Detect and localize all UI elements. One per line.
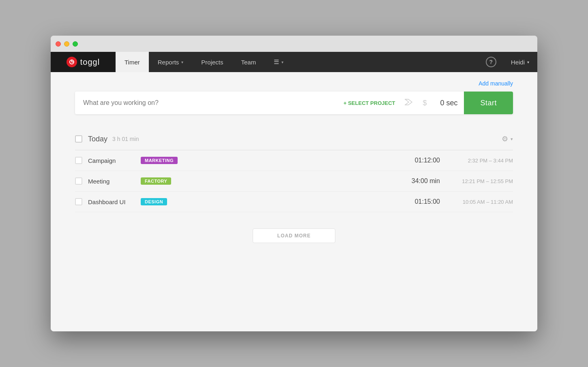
add-manually-row: Add manually [75, 80, 513, 87]
today-select-all-checkbox[interactable] [75, 135, 82, 143]
logo-area[interactable]: toggl [51, 52, 116, 72]
main-content: Add manually + SELECT PROJECT $ 0 sec St… [51, 72, 537, 331]
app-window: toggl Timer Reports ▾ Projects Team ☰ ▾ … [51, 36, 537, 331]
logo-text: toggl [80, 58, 100, 67]
reports-chevron-icon: ▾ [181, 60, 183, 64]
entry-time-range-meeting: 12:21 PM – 12:55 PM [452, 178, 513, 184]
close-button[interactable] [56, 41, 61, 47]
nav-reports-label: Reports [158, 59, 179, 66]
entry-time-range-campaign: 2:32 PM – 3:44 PM [452, 158, 513, 164]
billable-button[interactable]: $ [418, 99, 431, 107]
navbar: toggl Timer Reports ▾ Projects Team ☰ ▾ … [51, 52, 537, 72]
nav-projects-label: Projects [201, 59, 223, 66]
entry-duration-dashboard: 01:15:00 [399, 198, 440, 205]
minimize-button[interactable] [64, 41, 69, 47]
entry-checkbox-campaign[interactable] [75, 157, 82, 164]
entry-checkbox-meeting[interactable] [75, 177, 82, 185]
section-chevron-icon: ▾ [511, 137, 513, 142]
table-row: Dashboard UI DESIGN 01:15:00 10:05 AM – … [75, 192, 513, 212]
nav-timer[interactable]: Timer [116, 52, 149, 72]
entry-checkbox-dashboard[interactable] [75, 198, 82, 205]
section-actions[interactable]: ⚙ ▾ [502, 134, 513, 143]
timer-duration-display: 0 sec [431, 99, 464, 107]
nav-timer-label: Timer [124, 59, 140, 66]
add-manually-link[interactable]: Add manually [479, 80, 513, 87]
task-description-input[interactable] [75, 99, 339, 107]
entry-tag-campaign[interactable]: MARKETING [141, 157, 178, 164]
entry-duration-meeting: 34:00 min [399, 177, 440, 185]
nav-reports[interactable]: Reports ▾ [149, 52, 193, 72]
entry-duration-campaign: 01:12:00 [399, 157, 440, 164]
gear-icon: ⚙ [502, 134, 508, 143]
user-menu[interactable]: Heidi ▾ [503, 59, 537, 66]
entry-name-dashboard: Dashboard UI [88, 198, 137, 205]
select-project-label: + SELECT PROJECT [343, 100, 395, 106]
tags-icon [405, 99, 413, 105]
entry-tag-meeting[interactable]: FACTORY [141, 177, 171, 185]
toggl-icon [67, 57, 77, 67]
help-icon: ? [486, 57, 496, 67]
nav-team-label: Team [241, 59, 256, 66]
entry-name-campaign: Campaign [88, 157, 137, 164]
timer-bar: + SELECT PROJECT $ 0 sec Start [75, 92, 513, 114]
start-button[interactable]: Start [464, 92, 513, 114]
today-section-title: Today [88, 135, 107, 143]
help-button[interactable]: ? [479, 57, 503, 67]
menu-chevron-icon: ▾ [281, 60, 283, 64]
table-row: Meeting FACTORY 34:00 min 12:21 PM – 12:… [75, 171, 513, 192]
tags-button[interactable] [400, 99, 418, 107]
table-row: Campaign MARKETING 01:12:00 2:32 PM – 3:… [75, 150, 513, 171]
load-more-button[interactable]: LOAD MORE [253, 228, 335, 243]
dollar-icon: $ [423, 99, 427, 107]
nav-menu[interactable]: ☰ ▾ [265, 52, 292, 72]
nav-projects[interactable]: Projects [192, 52, 232, 72]
entry-time-range-dashboard: 10:05 AM – 11:20 AM [452, 199, 513, 205]
entry-tag-dashboard[interactable]: DESIGN [141, 198, 167, 205]
title-bar [51, 36, 537, 52]
user-chevron-icon: ▾ [527, 60, 529, 64]
entry-name-meeting: Meeting [88, 178, 137, 185]
select-project-button[interactable]: + SELECT PROJECT [339, 100, 400, 106]
user-name: Heidi [511, 59, 525, 66]
today-section-duration: 3 h 01 min [112, 136, 139, 142]
hamburger-icon: ☰ [274, 58, 279, 66]
nav-right: ? Heidi ▾ [479, 52, 537, 72]
nav-team[interactable]: Team [232, 52, 265, 72]
fullscreen-button[interactable] [73, 41, 78, 47]
today-section-header: Today 3 h 01 min ⚙ ▾ [75, 130, 513, 150]
load-more-row: LOAD MORE [75, 228, 513, 243]
